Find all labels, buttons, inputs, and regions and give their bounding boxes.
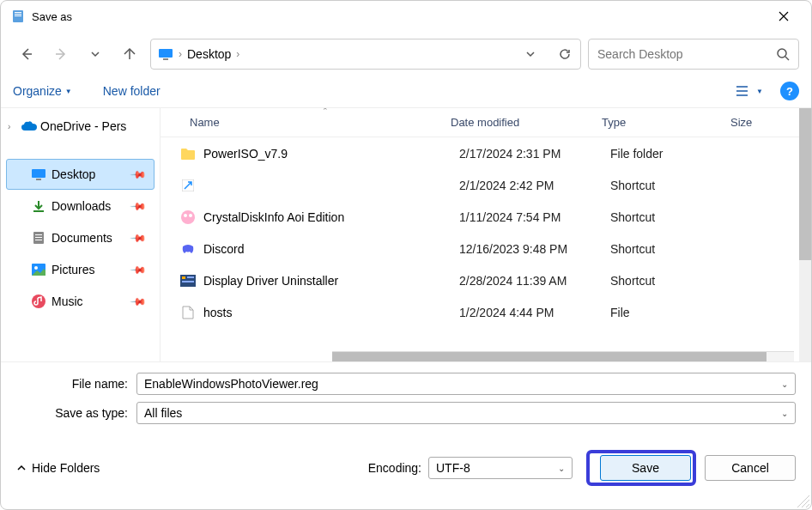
breadcrumb-separator: ›: [179, 48, 182, 60]
organize-label: Organize: [13, 84, 62, 98]
sidebar-item-pictures[interactable]: Pictures 📌: [6, 254, 155, 285]
breadcrumb-separator: ›: [236, 48, 239, 60]
sidebar-item-music[interactable]: Music 📌: [6, 286, 155, 317]
file-row[interactable]: CrystalDiskInfo Aoi Edition1/11/2024 7:5…: [161, 201, 811, 233]
file-row[interactable]: PowerISO_v7.92/17/2024 2:31 PMFile folde…: [161, 137, 811, 169]
svg-rect-8: [36, 179, 41, 180]
sidebar-item-desktop[interactable]: Desktop 📌: [6, 159, 155, 190]
desktop-icon: [158, 47, 173, 61]
column-header-name[interactable]: Name: [185, 116, 451, 129]
sidebar-item-label: Pictures: [52, 263, 127, 276]
search-box[interactable]: [588, 39, 799, 70]
file-type: File: [610, 306, 739, 319]
column-header-date[interactable]: Date modified: [451, 116, 602, 129]
navigation-sidebar: › OneDrive - Pers Desktop 📌 Downloads 📌 …: [1, 108, 161, 361]
downloads-icon: [32, 199, 45, 213]
scrollbar-thumb[interactable]: [799, 108, 811, 260]
hide-folders-button[interactable]: Hide Folders: [16, 461, 100, 475]
svg-rect-22: [182, 276, 185, 279]
chevron-down-icon: [90, 49, 100, 59]
forward-button[interactable]: [47, 40, 75, 68]
scrollbar-thumb[interactable]: [332, 352, 767, 361]
file-row[interactable]: 2/1/2024 2:42 PMShortcut: [161, 169, 811, 201]
savetype-select[interactable]: All files ⌄: [136, 402, 796, 424]
filename-label: File name:: [16, 377, 136, 391]
documents-icon: [33, 231, 45, 245]
column-header-type[interactable]: Type: [602, 116, 730, 129]
svg-rect-23: [187, 276, 194, 278]
file-row[interactable]: hosts1/2/2024 4:44 PMFile: [161, 296, 811, 328]
file-type-icon: [179, 240, 197, 258]
filename-value: EnableWindowsPhotoViewer.reg: [144, 377, 318, 391]
back-button[interactable]: [13, 40, 40, 68]
refresh-icon: [558, 47, 572, 61]
pictures-icon: [32, 264, 45, 276]
sidebar-item-documents[interactable]: Documents 📌: [6, 222, 155, 253]
pin-icon: 📌: [130, 261, 148, 279]
chevron-down-icon[interactable]: ⌄: [781, 379, 788, 389]
tree-item-onedrive[interactable]: › OneDrive - Pers: [1, 112, 160, 141]
save-button[interactable]: Save: [600, 455, 691, 481]
file-name: Discord: [203, 242, 459, 256]
file-date: 12/16/2023 9:48 PM: [459, 242, 610, 256]
file-date: 2/1/2024 2:42 PM: [459, 179, 610, 192]
svg-rect-3: [15, 15, 21, 16]
encoding-label: Encoding:: [368, 461, 421, 475]
close-button[interactable]: [767, 3, 801, 29]
pin-icon: 📌: [130, 166, 148, 184]
file-type: Shortcut: [610, 179, 739, 192]
filename-input[interactable]: EnableWindowsPhotoViewer.reg ⌄: [136, 373, 796, 395]
new-folder-button[interactable]: New folder: [103, 84, 161, 98]
file-type-icon: [179, 272, 197, 289]
svg-rect-12: [35, 240, 42, 240]
chevron-down-icon[interactable]: ⌄: [781, 409, 788, 418]
caret-down-icon: ▼: [65, 88, 72, 95]
file-type-icon: [179, 304, 197, 321]
refresh-button[interactable]: [556, 46, 573, 63]
pin-icon: 📌: [130, 229, 148, 247]
list-view-icon: [736, 85, 751, 97]
encoding-select[interactable]: UTF-8 ⌄: [428, 457, 573, 479]
file-type: File folder: [610, 147, 739, 161]
expand-caret-icon[interactable]: ›: [8, 122, 18, 131]
file-name: PowerISO_v7.9: [203, 147, 459, 161]
vertical-scrollbar[interactable]: [799, 108, 811, 361]
chevron-up-icon: [16, 463, 27, 473]
up-button[interactable]: [116, 40, 143, 68]
horizontal-scrollbar[interactable]: [332, 351, 794, 361]
file-date: 2/17/2024 2:31 PM: [459, 147, 610, 161]
encoding-value: UTF-8: [436, 461, 470, 475]
address-bar[interactable]: › Desktop ›: [150, 39, 581, 70]
sidebar-item-downloads[interactable]: Downloads 📌: [6, 191, 155, 222]
breadcrumb-location[interactable]: Desktop: [187, 47, 231, 61]
svg-rect-5: [163, 58, 168, 60]
search-input[interactable]: [597, 47, 776, 61]
help-button[interactable]: ?: [780, 82, 799, 100]
svg-point-6: [778, 49, 786, 58]
chevron-down-icon[interactable]: ⌄: [558, 464, 565, 473]
recent-dropdown[interactable]: [82, 40, 109, 68]
file-type: Shortcut: [610, 274, 739, 288]
file-type-icon: [179, 145, 197, 162]
close-icon: [779, 11, 789, 21]
savetype-value: All files: [144, 406, 182, 420]
file-name: Display Driver Uninstaller: [203, 274, 459, 288]
svg-rect-24: [182, 281, 194, 282]
organize-menu[interactable]: Organize▼: [13, 84, 72, 98]
app-icon: [11, 9, 25, 23]
file-row[interactable]: Display Driver Uninstaller2/28/2024 11:3…: [161, 264, 811, 296]
svg-point-14: [34, 266, 38, 270]
arrow-left-icon: [20, 47, 33, 61]
resize-grip-icon[interactable]: [797, 495, 809, 507]
tree-item-label: OneDrive - Pers: [40, 119, 160, 133]
file-list-pane: ⌃ Name Date modified Type Size PowerISO_…: [161, 108, 811, 361]
sidebar-item-label: Music: [52, 294, 127, 308]
caret-down-icon: ▼: [756, 88, 763, 95]
file-type: Shortcut: [610, 242, 739, 256]
file-type-icon: [179, 209, 197, 226]
cancel-button[interactable]: Cancel: [705, 455, 796, 481]
column-header-size[interactable]: Size: [730, 116, 773, 129]
chevron-down-icon[interactable]: [525, 49, 536, 59]
view-options-button[interactable]: ▼: [736, 85, 763, 97]
file-row[interactable]: Discord12/16/2023 9:48 PMShortcut: [161, 233, 811, 264]
